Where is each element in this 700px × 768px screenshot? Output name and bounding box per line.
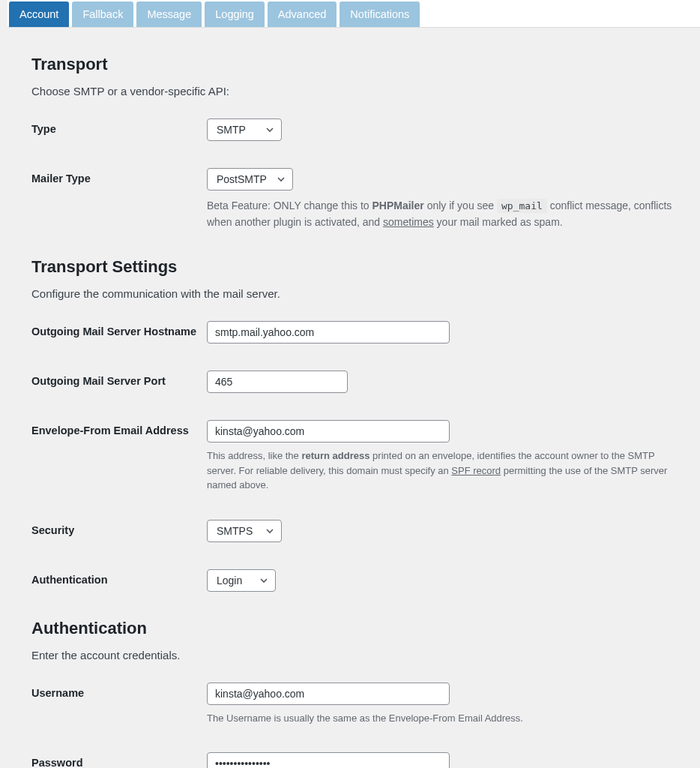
authentication-label: Authentication — [31, 569, 207, 586]
port-input[interactable] — [207, 370, 348, 393]
transport-settings-heading: Transport Settings — [31, 257, 684, 277]
password-label: Password — [31, 752, 207, 768]
mailer-type-label: Mailer Type — [31, 168, 207, 184]
tab-notifications[interactable]: Notifications — [340, 2, 420, 27]
authentication-heading: Authentication — [31, 619, 684, 638]
transport-desc: Choose SMTP or a vendor-specific API: — [31, 85, 684, 98]
transport-heading: Transport — [31, 55, 684, 74]
tab-account[interactable]: Account — [9, 2, 69, 27]
tab-fallback[interactable]: Fallback — [72, 2, 133, 27]
username-input[interactable] — [207, 682, 450, 705]
username-hint: The Username is usually the same as the … — [207, 711, 684, 726]
mailer-type-hint: Beta Feature: ONLY change this to PHPMai… — [207, 198, 684, 230]
security-label: Security — [31, 520, 207, 536]
hostname-input[interactable] — [207, 321, 450, 344]
tabs-nav: Account Fallback Message Logging Advance… — [7, 0, 700, 28]
envelope-hint: This address, like the return address pr… — [207, 448, 684, 493]
type-select[interactable]: SMTP — [207, 118, 282, 141]
mailer-type-select[interactable]: PostSMTP — [207, 168, 293, 190]
authentication-value: Login — [207, 569, 276, 592]
mailer-type-value: PostSMTP — [207, 168, 293, 190]
wp-mail-code: wp_mail — [497, 199, 547, 213]
security-value: SMTPS — [207, 520, 282, 542]
authentication-select[interactable]: Login — [207, 569, 276, 592]
port-label: Outgoing Mail Server Port — [31, 370, 207, 387]
tab-message[interactable]: Message — [136, 2, 202, 27]
tab-logging[interactable]: Logging — [205, 2, 265, 27]
sometimes-link[interactable]: sometimes — [383, 216, 434, 228]
type-label: Type — [31, 118, 207, 135]
transport-settings-desc: Configure the communication with the mai… — [31, 287, 684, 300]
authentication-desc: Enter the account credentials. — [31, 649, 684, 662]
password-input[interactable] — [207, 752, 450, 768]
envelope-label: Envelope-From Email Address — [31, 420, 207, 436]
envelope-input[interactable] — [207, 420, 450, 442]
spf-record-link[interactable]: SPF record — [451, 465, 501, 476]
hostname-label: Outgoing Mail Server Hostname — [31, 321, 207, 338]
security-select[interactable]: SMTPS — [207, 520, 282, 542]
type-value: SMTP — [207, 118, 282, 141]
tab-advanced[interactable]: Advanced — [268, 2, 337, 27]
username-label: Username — [31, 682, 207, 699]
